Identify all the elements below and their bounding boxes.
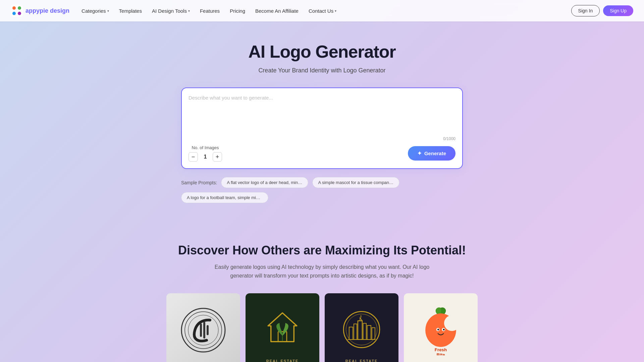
generator-box: 0/1000 No. of Images − 1 + ✦ Generate xyxy=(181,87,463,169)
discover-section: Discover How Others are Maximizing Its P… xyxy=(0,237,644,362)
prompt-textarea[interactable] xyxy=(189,95,455,135)
svg-rect-8 xyxy=(200,323,202,337)
svg-point-4 xyxy=(18,12,21,15)
svg-point-3 xyxy=(12,12,16,15)
svg-rect-23 xyxy=(372,328,375,340)
nav-ai-design-tools[interactable]: AI Design Tools ▾ xyxy=(148,6,194,16)
svg-marker-19 xyxy=(360,318,362,321)
decrement-button[interactable]: − xyxy=(189,152,198,162)
logo-card-1 xyxy=(166,293,240,362)
sample-prompts-label: Sample Prompts: xyxy=(181,180,217,185)
card4-svg-area: Fresh Bite xyxy=(404,293,478,362)
contact-chevron-icon: ▾ xyxy=(335,9,336,13)
logo-grid: REAL ESTATE xyxy=(7,293,637,362)
svg-point-1 xyxy=(12,6,16,10)
card2-svg-area xyxy=(246,293,319,362)
hero-subtitle: Create Your Brand Identity with Logo Gen… xyxy=(7,67,637,74)
logo-card-3: REAL ESTATE xyxy=(325,293,398,362)
svg-rect-18 xyxy=(358,321,362,340)
nav-pricing[interactable]: Pricing xyxy=(226,6,249,16)
nav-actions: Sign In Sign Up xyxy=(571,5,633,16)
svg-rect-21 xyxy=(363,323,366,340)
nav-contact[interactable]: Contact Us ▾ xyxy=(305,6,340,16)
card1-svg-area xyxy=(166,293,240,362)
svg-text:Bite: Bite xyxy=(436,352,445,356)
logo-text: appypie design xyxy=(25,7,69,14)
appypie-logo-icon xyxy=(11,5,23,17)
nav-links: Categories ▾ Templates AI Design Tools ▾… xyxy=(77,6,571,16)
char-count: 0/1000 xyxy=(189,136,455,141)
generator-controls: No. of Images − 1 + ✦ Generate xyxy=(189,145,455,162)
generate-button[interactable]: ✦ Generate xyxy=(408,146,455,161)
nav-affiliate[interactable]: Become An Affiliate xyxy=(251,6,303,16)
card3-svg-area xyxy=(325,293,398,362)
page-title: AI Logo Generator xyxy=(7,42,637,62)
svg-point-2 xyxy=(18,6,21,10)
svg-rect-17 xyxy=(354,324,357,340)
nav-categories[interactable]: Categories ▾ xyxy=(77,6,113,16)
svg-rect-0 xyxy=(11,5,23,17)
ai-tools-chevron-icon: ▾ xyxy=(188,9,190,13)
card3-label: REAL ESTATE xyxy=(325,359,398,362)
increment-button[interactable]: + xyxy=(213,152,222,162)
logo-card-2: REAL ESTATE xyxy=(246,293,319,362)
discover-description: Easily generate logos using AI technolog… xyxy=(205,263,439,280)
sample-prompts-row: Sample Prompts: A flat vector logo of a … xyxy=(181,177,463,203)
svg-rect-22 xyxy=(367,325,371,340)
hero-section: AI Logo Generator Create Your Brand Iden… xyxy=(0,21,644,237)
generate-icon: ✦ xyxy=(417,150,422,157)
svg-rect-10 xyxy=(207,325,209,335)
counter-value: 1 xyxy=(202,154,209,160)
images-label: No. of Images xyxy=(189,145,222,150)
navbar: appypie design Categories ▾ Templates AI… xyxy=(0,0,644,21)
svg-point-15 xyxy=(346,314,377,345)
prompt-chip-1[interactable]: A flat vector logo of a deer head, minim… xyxy=(221,177,308,188)
images-counter-area: No. of Images − 1 + xyxy=(189,145,222,162)
nav-templates[interactable]: Templates xyxy=(115,6,146,16)
nav-features[interactable]: Features xyxy=(196,6,224,16)
svg-text:Fresh: Fresh xyxy=(435,347,447,352)
svg-point-30 xyxy=(443,329,445,330)
prompt-chip-2[interactable]: A simple mascot for a tissue company, Ja… xyxy=(312,177,399,188)
prompt-chip-3[interactable]: A logo for a football team, simple minim… xyxy=(181,192,268,203)
card2-label: REAL ESTATE xyxy=(246,359,319,362)
categories-chevron-icon: ▾ xyxy=(107,9,109,13)
logo-card-4: Fresh Bite xyxy=(404,293,478,362)
svg-point-26 xyxy=(444,315,460,331)
discover-title: Discover How Others are Maximizing Its P… xyxy=(7,243,637,257)
signin-button[interactable]: Sign In xyxy=(571,5,600,16)
svg-point-29 xyxy=(437,329,439,330)
logo[interactable]: appypie design xyxy=(11,5,69,17)
svg-rect-9 xyxy=(203,322,205,339)
signup-button[interactable]: Sign Up xyxy=(603,5,633,16)
svg-rect-16 xyxy=(349,327,353,340)
counter: − 1 + xyxy=(189,152,222,162)
